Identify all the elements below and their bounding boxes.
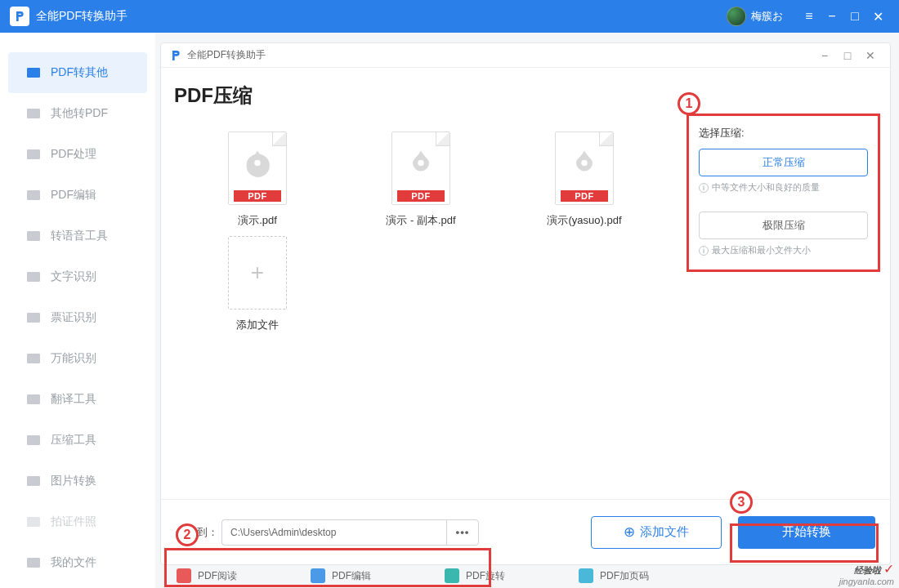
file-item[interactable]: ⬤ PDF 演示.pdf xyxy=(192,131,323,228)
svg-rect-12 xyxy=(27,558,40,568)
pdf-file-icon: ⬤ PDF xyxy=(228,131,287,205)
file-item[interactable]: PDF 演示(yasuo).pdf xyxy=(519,131,650,228)
svg-point-14 xyxy=(418,160,424,167)
bottom-tab-strip: PDF阅读 PDF编辑 PDF旋转 PDF加页码 xyxy=(155,564,899,588)
convert-icon xyxy=(26,108,41,119)
sidebar-item-image-convert[interactable]: 图片转换 xyxy=(0,461,155,501)
sidebar-item-label: 万能识别 xyxy=(51,351,96,366)
audio-icon xyxy=(26,230,41,242)
sidebar-item-universal-ocr[interactable]: 万能识别 xyxy=(0,338,155,379)
start-convert-button[interactable]: 开始转换 xyxy=(738,516,875,549)
svg-rect-4 xyxy=(27,231,40,241)
pdf-icon xyxy=(26,67,41,78)
add-file-button[interactable]: ⊕ 添加文件 xyxy=(591,516,722,549)
panel-minimize-icon[interactable]: − xyxy=(813,49,836,62)
scan-icon xyxy=(26,353,41,364)
svg-rect-6 xyxy=(27,313,40,323)
sidebar-item-pdf-to-other[interactable]: PDF转其他 xyxy=(8,52,147,93)
browse-button[interactable]: ••• xyxy=(446,519,479,546)
svg-rect-8 xyxy=(27,394,40,404)
sidebar-item-tts[interactable]: 转语音工具 xyxy=(0,216,155,256)
user-avatar[interactable] xyxy=(727,7,746,26)
sidebar-item-id-photo[interactable]: 拍证件照 xyxy=(0,501,155,542)
svg-rect-2 xyxy=(27,149,40,159)
tab-icon xyxy=(579,568,593,583)
panel-logo-icon xyxy=(169,49,182,62)
options-pane: 1 选择压缩: 正常压缩 i 中等文件大小和良好的质量 极限压缩 i 最大压缩和… xyxy=(682,68,890,499)
panel-close-icon[interactable]: ✕ xyxy=(859,49,882,62)
normal-compress-hint: i 中等文件大小和良好的质量 xyxy=(699,181,868,194)
sidebar-item-label: PDF转其他 xyxy=(51,65,108,80)
svg-rect-9 xyxy=(27,435,40,445)
minimize-icon[interactable]: − xyxy=(821,5,843,28)
callout-2: 2 xyxy=(176,523,199,546)
sidebar-item-label: 图片转换 xyxy=(51,474,96,488)
edit-icon xyxy=(26,189,41,201)
process-icon xyxy=(26,149,41,160)
info-icon: i xyxy=(699,183,709,193)
sidebar-item-my-files[interactable]: 我的文件 xyxy=(0,542,155,583)
sidebar-item-label: 票证识别 xyxy=(51,310,96,325)
pdf-badge: PDF xyxy=(561,190,608,202)
sidebar-item-label: 转语音工具 xyxy=(51,229,108,243)
translate-icon xyxy=(26,394,41,405)
watermark: 经验啦 ✓ jingyanla.com xyxy=(839,562,894,586)
sidebar-item-label: 压缩工具 xyxy=(51,433,96,448)
app-title: 全能PDF转换助手 xyxy=(36,9,127,24)
pdf-file-icon: PDF xyxy=(391,131,450,205)
sidebar-item-translate[interactable]: 翻译工具 xyxy=(0,379,155,420)
sidebar-item-other-to-pdf[interactable]: 其他转PDF xyxy=(0,93,155,134)
compress-icon xyxy=(26,434,41,446)
bottom-tab[interactable]: PDF阅读 xyxy=(177,568,237,583)
sidebar-item-pdf-process[interactable]: PDF处理 xyxy=(0,134,155,175)
bottom-tab[interactable]: PDF旋转 xyxy=(445,568,505,583)
menu-icon[interactable]: ≡ xyxy=(798,5,821,28)
ocr-icon xyxy=(26,271,41,283)
sidebar-item-ticket-ocr[interactable]: 票证识别 xyxy=(0,297,155,338)
main-panel: 全能PDF转换助手 − □ ✕ PDF压缩 ⬤ PDF xyxy=(160,42,891,565)
sidebar-item-label: PDF编辑 xyxy=(51,188,96,203)
sidebar-item-compress[interactable]: 压缩工具 xyxy=(0,420,155,461)
file-name: 演示 - 副本.pdf xyxy=(386,213,455,228)
svg-rect-7 xyxy=(27,354,40,363)
title-bar: 全能PDF转换助手 梅簇お ≡ − □ ✕ xyxy=(0,0,899,33)
bottom-tab[interactable]: PDF加页码 xyxy=(579,568,649,583)
bottom-tab[interactable]: PDF编辑 xyxy=(311,568,371,583)
panel-footer: 保存到： ••• ⊕ 添加文件 开始转换 xyxy=(161,499,890,564)
panel-maximize-icon[interactable]: □ xyxy=(836,49,859,62)
user-name[interactable]: 梅簇お xyxy=(751,9,783,24)
sidebar-item-label: 拍证件照 xyxy=(51,514,96,529)
extreme-compress-button[interactable]: 极限压缩 xyxy=(699,212,868,239)
folder-icon xyxy=(26,557,41,568)
sidebar-item-ocr[interactable]: 文字识别 xyxy=(0,256,155,297)
pdf-file-icon: PDF xyxy=(555,131,614,205)
sidebar-item-label: 文字识别 xyxy=(51,270,96,284)
file-grid: ⬤ PDF 演示.pdf PDF 演示 - 副本.pdf xyxy=(169,131,673,332)
image-icon xyxy=(26,475,41,487)
save-path-input[interactable] xyxy=(221,519,446,546)
plus-icon: + xyxy=(228,236,287,310)
extreme-compress-hint: i 最大压缩和最小文件大小 xyxy=(699,244,868,256)
svg-rect-1 xyxy=(27,109,40,118)
pdf-badge: PDF xyxy=(397,190,445,202)
sidebar-item-label: PDF处理 xyxy=(51,147,96,162)
svg-rect-11 xyxy=(27,517,40,527)
file-item[interactable]: PDF 演示 - 副本.pdf xyxy=(356,131,486,228)
add-file-card[interactable]: + 添加文件 xyxy=(192,236,323,332)
callout-1: 1 xyxy=(678,92,700,115)
panel-title: 全能PDF转换助手 xyxy=(187,48,813,62)
svg-rect-10 xyxy=(27,476,40,486)
app-logo xyxy=(10,7,29,26)
maximize-icon[interactable]: □ xyxy=(843,5,866,28)
close-icon[interactable]: ✕ xyxy=(866,5,889,28)
normal-compress-button[interactable]: 正常压缩 xyxy=(699,149,868,176)
sidebar-item-label: 翻译工具 xyxy=(51,392,96,407)
sidebar-item-pdf-edit[interactable]: PDF编辑 xyxy=(0,175,155,216)
file-name: 演示(yasuo).pdf xyxy=(547,213,621,228)
camera-icon xyxy=(26,516,41,528)
tab-icon xyxy=(311,568,325,583)
svg-rect-3 xyxy=(27,190,40,200)
svg-point-13 xyxy=(254,160,261,167)
svg-rect-0 xyxy=(27,68,40,78)
panel-header: 全能PDF转换助手 − □ ✕ xyxy=(161,43,890,68)
